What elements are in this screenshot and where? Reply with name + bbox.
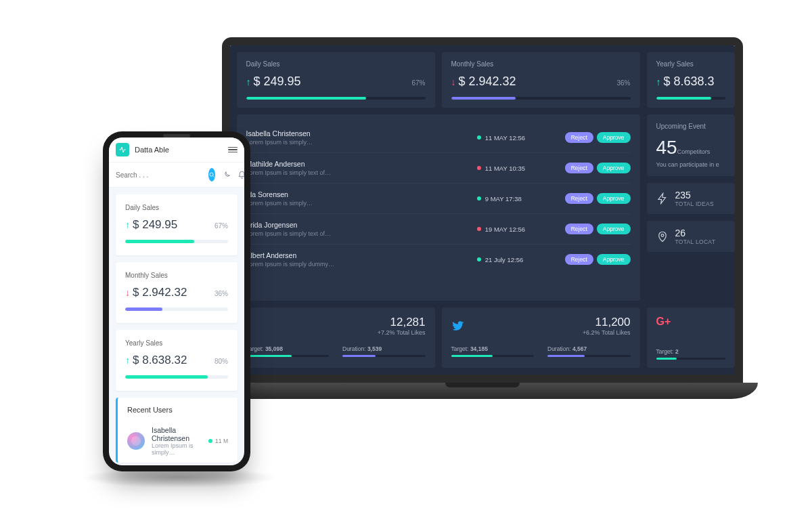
user-subtitle: Lorem Ipsum is simply text of…: [246, 169, 470, 176]
user-row[interactable]: Mathilde AndersenLorem Ipsum is simply t…: [246, 153, 631, 184]
progress-fill: [246, 97, 367, 100]
card-pct: 67%: [215, 222, 228, 230]
event-note: You can participate in e: [656, 161, 725, 168]
social-growth: +6.2%: [583, 329, 600, 336]
moon-icon: [222, 171, 231, 179]
notifications-button[interactable]: [238, 170, 244, 179]
avatar: [127, 432, 145, 450]
card-title: Daily Sales: [246, 60, 426, 68]
svg-point-1: [210, 173, 213, 176]
reject-button[interactable]: Reject: [565, 224, 593, 234]
user-date: 11 MAY 12:56: [477, 134, 558, 142]
reject-button[interactable]: Reject: [565, 132, 593, 143]
brand-title: Datta Able: [135, 146, 223, 154]
status-dot-icon: [208, 439, 212, 443]
progress-track: [451, 97, 631, 100]
twitter-card[interactable]: 11,200 +6.2% Total Likes Target: 34,185 …: [442, 308, 640, 368]
card-value: $ 2.942.32: [133, 286, 187, 299]
search-input[interactable]: [116, 171, 202, 179]
user-name: Mathilde Andersen: [246, 160, 470, 168]
user-name: Frida Jorgensen: [246, 221, 470, 229]
twitter-icon: [451, 319, 465, 333]
user-date: 11 M: [208, 438, 228, 444]
progress-track: [246, 97, 426, 100]
daily-sales-card[interactable]: Daily Sales ↑$ 249.9567%: [116, 194, 238, 255]
status-dot-icon: [477, 257, 481, 261]
search-icon: [208, 171, 215, 178]
theme-toggle[interactable]: [222, 170, 231, 179]
monthly-sales-card[interactable]: Monthly Sales ↓$ 2.942.32 36%: [442, 52, 640, 108]
approve-button[interactable]: Approve: [597, 132, 631, 143]
progress-fill: [451, 97, 516, 100]
user-subtitle: Lorem Ipsum is simply…: [246, 200, 470, 207]
reject-button[interactable]: Reject: [565, 254, 593, 265]
target-bar: Target: 2: [656, 348, 725, 360]
reject-button[interactable]: Reject: [565, 163, 593, 173]
user-subtitle: Lorem Ipsum is simply…: [246, 139, 470, 146]
status-dot-icon: [477, 196, 481, 200]
progress-fill: [125, 375, 208, 379]
card-value: $ 8.638.32: [133, 354, 187, 366]
progress-track: [125, 240, 228, 243]
user-row[interactable]: Ida SorensenLorem Ipsum is simply…9 MAY …: [246, 184, 631, 214]
card-title: Yearly Sales: [656, 60, 725, 68]
phone-toolbar: [109, 163, 244, 188]
section-title: Recent Users: [127, 406, 228, 414]
arrow-up-icon: ↑: [246, 77, 251, 87]
card-title: Yearly Sales: [125, 339, 228, 347]
progress-fill: [656, 97, 712, 100]
card-pct: 36%: [616, 79, 630, 87]
target-bar: Target: 34,185: [451, 345, 535, 357]
laptop-mockup: Daily Sales ↑$ 249.95 67% Monthly Sales …: [206, 37, 758, 457]
progress-track: [656, 97, 725, 100]
user-date: 21 July 12:56: [477, 256, 558, 263]
user-date: 9 MAY 17:38: [477, 195, 558, 203]
user-name: Isabella Christensen: [152, 426, 202, 442]
recent-users-card: Isabella ChristensenLorem Ipsum is simpl…: [237, 114, 640, 301]
arrow-up-icon: ↑: [656, 77, 661, 87]
facebook-card[interactable]: 12,281 +7.2% Total Likes Target: 35,098 …: [237, 308, 435, 368]
user-date: 11 MAY 10:35: [477, 165, 558, 172]
progress-fill: [125, 240, 194, 243]
yearly-sales-card[interactable]: Yearly Sales ↑$ 8.638.3280%: [116, 330, 238, 391]
card-title: Upcoming Event: [656, 123, 725, 130]
upcoming-event-card[interactable]: Upcoming Event 45Competitors You can par…: [647, 114, 735, 176]
card-value: $ 249.95: [133, 218, 177, 231]
social-growth-label: Total Likes: [602, 329, 631, 336]
user-name: Albert Andersen: [246, 251, 470, 259]
status-dot-icon: [477, 166, 481, 170]
approve-button[interactable]: Approve: [597, 224, 631, 234]
card-title: Monthly Sales: [125, 272, 228, 279]
brand-logo[interactable]: [116, 143, 129, 156]
social-count: 12,281: [378, 316, 426, 329]
status-dot-icon: [477, 135, 481, 140]
target-bar: Target: 35,098: [246, 345, 330, 357]
total-locations-card[interactable]: 26TOTAL LOCAT: [647, 221, 735, 252]
phone-mockup: Datta Able Daily Sales ↑$ 249.9567% Mont…: [103, 131, 250, 471]
user-row[interactable]: Isabella Christensen Lorem Ipsum is simp…: [127, 422, 228, 463]
laptop-base: [206, 383, 758, 399]
arrow-down-icon: ↓: [125, 287, 130, 298]
menu-icon[interactable]: [228, 146, 238, 154]
user-name: Isabella Christensen: [246, 129, 470, 137]
user-row[interactable]: Frida JorgensenLorem Ipsum is simply tex…: [246, 214, 631, 245]
approve-button[interactable]: Approve: [597, 254, 631, 265]
search-button[interactable]: [208, 168, 215, 182]
total-ideas-card[interactable]: 235TOTAL IDEAS: [647, 183, 735, 214]
progress-fill: [125, 308, 162, 311]
daily-sales-card[interactable]: Daily Sales ↑$ 249.95 67%: [237, 52, 435, 108]
reject-button[interactable]: Reject: [565, 193, 593, 204]
approve-button[interactable]: Approve: [597, 193, 631, 204]
user-row[interactable]: Albert AndersenLorem Ipsum is simply dum…: [246, 245, 631, 274]
stat-value: 26: [675, 228, 716, 238]
user-row[interactable]: Isabella ChristensenLorem Ipsum is simpl…: [246, 123, 631, 153]
user-subtitle: Lorem Ipsum is simply text of…: [246, 230, 470, 237]
yearly-sales-card[interactable]: Yearly Sales ↑$ 8.638.3: [647, 52, 735, 108]
google-plus-icon: G+: [656, 316, 725, 328]
user-name: Ida Sorensen: [246, 190, 470, 198]
monthly-sales-card[interactable]: Monthly Sales ↓$ 2.942.3236%: [116, 262, 238, 323]
map-pin-icon: [656, 230, 669, 242]
google-plus-card[interactable]: G+ Target: 2: [647, 308, 735, 368]
approve-button[interactable]: Approve: [597, 163, 631, 173]
card-value: $ 8.638.3: [664, 75, 715, 88]
